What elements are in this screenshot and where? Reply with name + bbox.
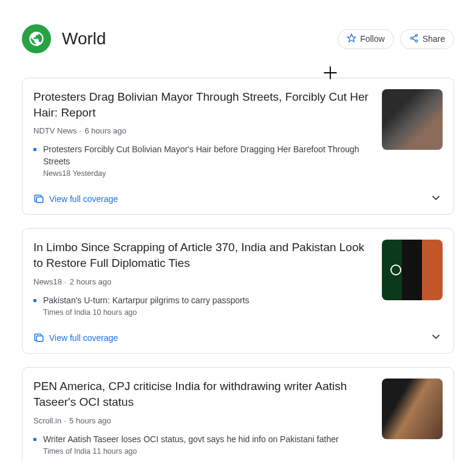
- news-card: In Limbo Since Scrapping of Article 370,…: [22, 228, 454, 354]
- header-actions: Follow Share: [338, 29, 454, 49]
- related-article[interactable]: Writer Aatish Taseer loses OCI status, g…: [33, 434, 372, 456]
- page-title: World: [62, 29, 106, 49]
- svg-point-0: [415, 34, 417, 36]
- star-outline-icon: [347, 33, 356, 45]
- svg-rect-6: [36, 336, 43, 342]
- coverage-label: View full coverage: [49, 333, 118, 343]
- timestamp: 5 hours ago: [69, 416, 111, 425]
- related-title: Pakistan's U-turn: Kartarpur pilgrims to…: [43, 295, 372, 307]
- article-thumbnail[interactable]: [382, 240, 443, 300]
- related-title: Protesters Forcibly Cut Bolivian Mayor's…: [43, 144, 372, 167]
- chevron-down-icon: [429, 196, 443, 206]
- page-header: World Follow Share: [22, 24, 454, 53]
- coverage-label: View full coverage: [49, 194, 118, 204]
- globe-icon: [22, 24, 51, 53]
- header-left: World: [22, 24, 106, 53]
- related-byline: Times of India 11 hours ago: [43, 447, 372, 456]
- related-article[interactable]: Pakistan's U-turn: Kartarpur pilgrims to…: [33, 295, 372, 317]
- byline: News18 2 hours ago: [33, 277, 372, 286]
- coverage-icon: [33, 332, 44, 345]
- byline: NDTV News 6 hours ago: [33, 126, 372, 135]
- headline-link[interactable]: PEN America, CPJ criticise India for wit…: [33, 379, 372, 409]
- share-label: Share: [423, 34, 445, 44]
- source-name: NDTV News: [33, 126, 77, 135]
- view-full-coverage-link[interactable]: View full coverage: [33, 332, 118, 345]
- coverage-icon: [33, 193, 44, 206]
- follow-button[interactable]: Follow: [338, 29, 393, 49]
- related-byline: News18 Yesterday: [43, 169, 372, 178]
- related-title: Writer Aatish Taseer loses OCI status, g…: [43, 434, 372, 446]
- share-icon: [409, 33, 419, 45]
- source-name: Scroll.in: [33, 416, 61, 425]
- related-byline: Times of India 10 hours ago: [43, 308, 372, 317]
- svg-point-1: [410, 37, 412, 39]
- chevron-down-icon: [429, 335, 443, 345]
- timestamp: 6 hours ago: [84, 126, 126, 135]
- expand-button[interactable]: [429, 191, 443, 207]
- follow-label: Follow: [360, 34, 384, 44]
- timestamp: 2 hours ago: [70, 277, 112, 286]
- article-thumbnail[interactable]: [382, 379, 443, 439]
- related-article[interactable]: Protesters Forcibly Cut Bolivian Mayor's…: [33, 144, 372, 178]
- news-card: Protesters Drag Bolivian Mayor Through S…: [22, 78, 454, 215]
- svg-point-2: [415, 40, 417, 42]
- news-card: PEN America, CPJ criticise India for wit…: [22, 367, 454, 461]
- headline-link[interactable]: Protesters Drag Bolivian Mayor Through S…: [33, 89, 372, 120]
- headline-link[interactable]: In Limbo Since Scrapping of Article 370,…: [33, 240, 372, 271]
- article-thumbnail[interactable]: [382, 89, 443, 150]
- byline: Scroll.in 5 hours ago: [33, 416, 372, 425]
- source-name: News18: [33, 277, 62, 286]
- view-full-coverage-link[interactable]: View full coverage: [33, 193, 118, 206]
- share-button[interactable]: Share: [400, 29, 454, 49]
- expand-button[interactable]: [429, 330, 443, 346]
- svg-rect-4: [36, 197, 43, 203]
